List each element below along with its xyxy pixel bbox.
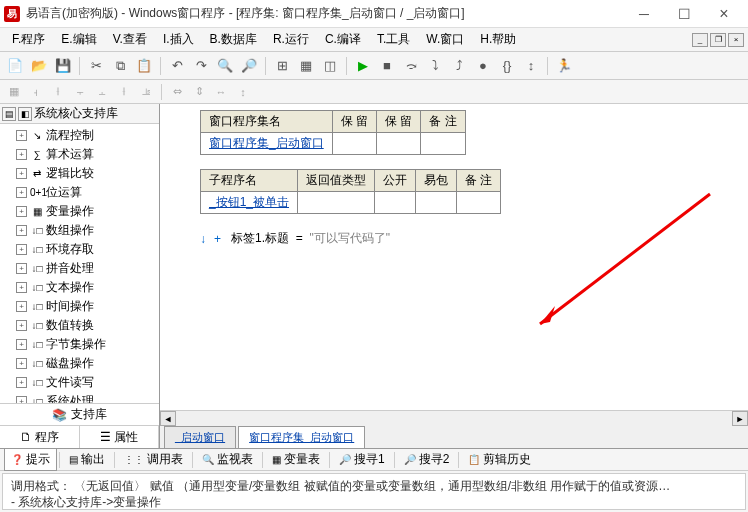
editor-body[interactable]: 窗口程序集名保 留保 留备 注 窗口程序集_启动窗口 子程序名返回值类型公开易包… [160,104,748,410]
btab-calltable[interactable]: ⋮⋮调用表 [117,448,190,471]
braces-icon[interactable]: {} [496,55,518,77]
run-icon[interactable]: ▶ [352,55,374,77]
cell[interactable] [332,133,376,155]
tree-item-12[interactable]: +↓□磁盘操作 [2,354,157,373]
expand-icon[interactable]: + [16,377,27,388]
align-right-icon[interactable]: ⫟ [70,82,90,102]
step-out-icon[interactable]: ⤴ [448,55,470,77]
sidebar-tab-props[interactable]: ☰属性 [80,426,160,448]
sort-icon[interactable]: ↕ [520,55,542,77]
step-into-icon[interactable]: ⤵ [424,55,446,77]
mdi-close-button[interactable]: × [728,33,744,47]
align-bottom-icon[interactable]: ⫡ [136,82,156,102]
step-over-icon[interactable]: ⤼ [400,55,422,77]
tree-item-10[interactable]: +↓□数值转换 [2,316,157,335]
save-icon[interactable]: 💾 [52,55,74,77]
stop-icon[interactable]: ■ [376,55,398,77]
scroll-left-icon[interactable]: ◄ [160,411,176,426]
open-icon[interactable]: 📂 [28,55,50,77]
menu-compile[interactable]: C.编译 [317,29,369,50]
editor-tab-window[interactable]: _启动窗口 [164,426,236,448]
menu-run[interactable]: R.运行 [265,29,317,50]
person-icon[interactable]: 🏃 [553,55,575,77]
menu-insert[interactable]: I.插入 [155,29,202,50]
expand-icon[interactable]: + [16,130,27,141]
btab-search1[interactable]: 🔎搜寻1 [332,448,392,471]
copy-icon[interactable]: ⧉ [109,55,131,77]
tree-item-7[interactable]: +↓□拼音处理 [2,259,157,278]
tree-item-5[interactable]: +↓□数组操作 [2,221,157,240]
grid-icon[interactable]: ▦ [4,82,24,102]
btab-search2[interactable]: 🔎搜寻2 [397,448,457,471]
align-top-icon[interactable]: ⫠ [92,82,112,102]
align-center-icon[interactable]: ⫲ [48,82,68,102]
tree-panel[interactable]: +↘流程控制+∑算术运算+⇄逻辑比较+0+1位运算+▦变量操作+↓□数组操作+↓… [0,124,159,403]
cell[interactable] [375,192,416,214]
tree-item-2[interactable]: +⇄逻辑比较 [2,164,157,183]
same-w-icon[interactable]: ↔ [211,82,231,102]
tree-item-0[interactable]: +↘流程控制 [2,126,157,145]
btab-vars[interactable]: ▦变量表 [265,448,327,471]
horizontal-scrollbar[interactable]: ◄ ► [160,410,748,426]
maximize-button[interactable]: ☐ [664,2,704,26]
cell[interactable]: _按钮1_被单击 [201,192,298,214]
tree-item-11[interactable]: +↓□字节集操作 [2,335,157,354]
dist-h-icon[interactable]: ⇔ [167,82,187,102]
paste-icon[interactable]: 📋 [133,55,155,77]
tree-item-8[interactable]: +↓□文本操作 [2,278,157,297]
dist-v-icon[interactable]: ⇕ [189,82,209,102]
window-icon[interactable]: ⊞ [271,55,293,77]
tree-item-3[interactable]: +0+1位运算 [2,183,157,202]
cell[interactable] [416,192,457,214]
btab-watch[interactable]: 🔍监视表 [195,448,260,471]
expand-icon[interactable]: + [16,396,27,403]
expand-icon[interactable]: + [16,206,27,217]
align-mid-icon[interactable]: ⫲ [114,82,134,102]
new-icon[interactable]: 📄 [4,55,26,77]
cell[interactable]: 窗口程序集_启动窗口 [201,133,333,155]
tree-header-icon2[interactable]: ◧ [18,107,32,121]
expand-icon[interactable]: + [16,187,27,198]
layout-icon[interactable]: ▦ [295,55,317,77]
btab-output[interactable]: ▤输出 [62,448,112,471]
lib-button[interactable]: 📚 支持库 [0,404,159,426]
expand-icon[interactable]: + [16,168,27,179]
find-icon[interactable]: 🔍 [214,55,236,77]
sidebar-tab-program[interactable]: 🗋程序 [0,426,80,448]
expand-icon[interactable]: + [16,358,27,369]
expand-icon[interactable]: + [16,301,27,312]
menu-database[interactable]: B.数据库 [202,29,265,50]
toggle-bp-icon[interactable]: ● [472,55,494,77]
scroll-track[interactable] [176,411,732,426]
find2-icon[interactable]: 🔎 [238,55,260,77]
expand-icon[interactable]: + [16,244,27,255]
btab-clip[interactable]: 📋剪辑历史 [461,448,538,471]
cut-icon[interactable]: ✂ [85,55,107,77]
mdi-restore-button[interactable]: ❐ [710,33,726,47]
redo-icon[interactable]: ↷ [190,55,212,77]
cell[interactable] [457,192,501,214]
undo-icon[interactable]: ↶ [166,55,188,77]
menu-help[interactable]: H.帮助 [472,29,524,50]
mdi-minimize-button[interactable]: _ [692,33,708,47]
expand-icon[interactable]: + [16,282,27,293]
menu-tools[interactable]: T.工具 [369,29,418,50]
bottom-content[interactable]: 调用格式： 〈无返回值〉 赋值 （通用型变量/变量数组 被赋值的变量或变量数组，… [2,473,746,510]
menu-window[interactable]: W.窗口 [418,29,472,50]
tree-header-icon[interactable]: ▤ [2,107,16,121]
menu-view[interactable]: V.查看 [105,29,155,50]
cell[interactable] [298,192,375,214]
cell[interactable] [377,133,421,155]
tree-item-6[interactable]: +↓□环境存取 [2,240,157,259]
editor-tab-programset[interactable]: 窗口程序集_启动窗口 [238,426,365,448]
scroll-right-icon[interactable]: ► [732,411,748,426]
btab-hint[interactable]: ❓提示 [4,448,57,471]
tree-item-13[interactable]: +↓□文件读写 [2,373,157,392]
cell[interactable] [421,133,465,155]
same-h-icon[interactable]: ↕ [233,82,253,102]
close-button[interactable]: × [704,2,744,26]
expand-icon[interactable]: + [16,320,27,331]
align-left-icon[interactable]: ⫞ [26,82,46,102]
expand-icon[interactable]: + [16,149,27,160]
menu-edit[interactable]: E.编辑 [53,29,104,50]
